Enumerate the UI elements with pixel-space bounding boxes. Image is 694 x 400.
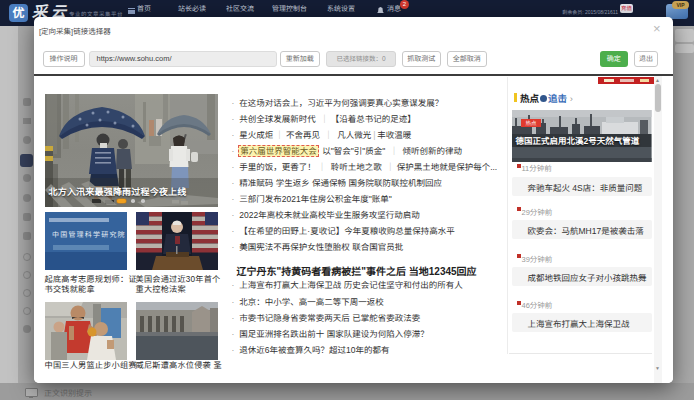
svg-text:中国管理科学研究院: 中国管理科学研究院 [52, 231, 126, 238]
